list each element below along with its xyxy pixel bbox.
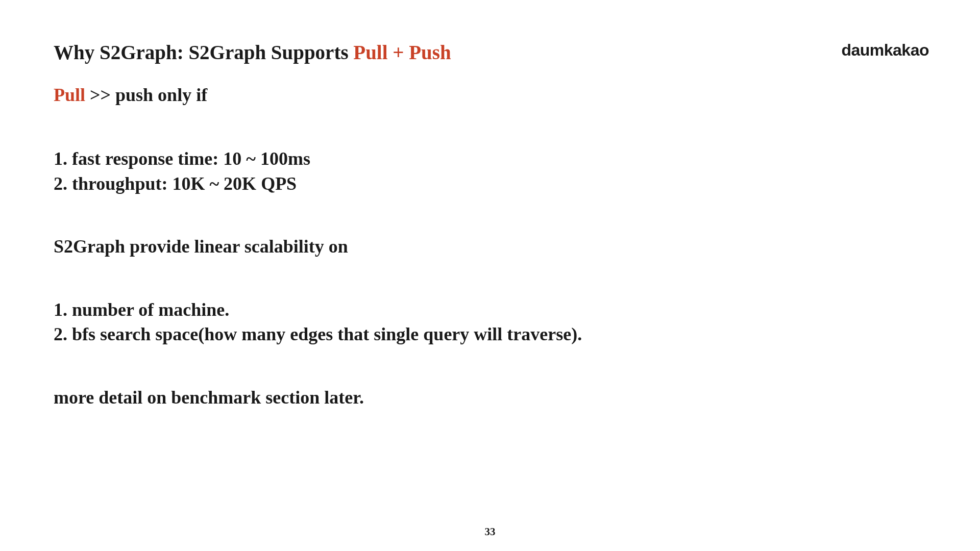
scalability-item-1: 1. number of machine. bbox=[54, 297, 929, 322]
title-text-plain: Why S2Graph: S2Graph Supports bbox=[54, 41, 353, 63]
page-number: 33 bbox=[485, 525, 496, 538]
slide-subtitle: Pull >> push only if bbox=[54, 84, 929, 106]
brand-logo: daumkakao bbox=[841, 41, 929, 60]
footer-note: more detail on benchmark section later. bbox=[54, 385, 929, 410]
slide-container: Why S2Graph: S2Graph Supports Pull + Pus… bbox=[0, 0, 980, 551]
subtitle-plain: >> push only if bbox=[85, 85, 207, 105]
scalability-item-2: 2. bfs search space(how many edges that … bbox=[54, 322, 929, 347]
scalability-heading: S2Graph provide linear scalability on bbox=[54, 234, 929, 259]
condition-item-1: 1. fast response time: 10 ~ 100ms bbox=[54, 146, 929, 171]
conditions-list: 1. fast response time: 10 ~ 100ms 2. thr… bbox=[54, 146, 929, 196]
condition-item-2: 2. throughput: 10K ~ 20K QPS bbox=[54, 171, 929, 196]
title-text-accent: Pull + Push bbox=[353, 41, 451, 63]
slide-title: Why S2Graph: S2Graph Supports Pull + Pus… bbox=[54, 41, 451, 64]
subtitle-accent: Pull bbox=[54, 85, 85, 105]
header-row: Why S2Graph: S2Graph Supports Pull + Pus… bbox=[54, 41, 929, 64]
scalability-list: 1. number of machine. 2. bfs search spac… bbox=[54, 297, 929, 347]
